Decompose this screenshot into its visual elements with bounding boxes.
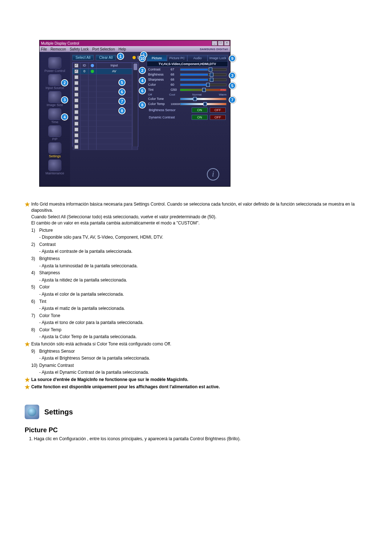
row-id	[81, 104, 89, 109]
sidebar-item-input-source[interactable]: Input Source 2	[42, 74, 68, 90]
row-checkbox[interactable]	[74, 127, 78, 131]
callout-badge-4: 4	[61, 113, 68, 121]
item-desc: - Ajusta el matiz de la pantalla selecci…	[39, 305, 370, 312]
row-checkbox[interactable]	[74, 133, 78, 137]
grid-row[interactable]	[73, 127, 138, 133]
settings-heading: Settings	[44, 408, 73, 416]
sidebar-item-image-size[interactable]: Image Size 3	[42, 91, 68, 107]
select-all-button[interactable]: Select All	[72, 55, 94, 60]
picture-pc-step-1: 1. Haga clic en Configuración , entre lo…	[29, 436, 370, 441]
grid-row[interactable]	[73, 144, 138, 150]
item-title: Tint	[39, 299, 370, 305]
callout-badge-6: 6	[118, 88, 126, 96]
item-number: 9)	[31, 348, 39, 355]
callout-badge-3: 3	[61, 96, 68, 104]
dynamic-contrast-on[interactable]: ON	[192, 115, 208, 120]
close-button[interactable]: ×	[224, 41, 230, 46]
color-slider[interactable]	[180, 84, 226, 86]
item-title: Picture	[39, 227, 370, 234]
row-input	[97, 121, 132, 126]
grid-row[interactable]	[73, 115, 138, 121]
row-checkbox[interactable]	[74, 81, 78, 85]
power-icon	[48, 57, 61, 69]
sidebar-item-settings[interactable]: Settings	[42, 142, 68, 158]
grid-row[interactable]	[73, 133, 138, 138]
row-checkbox[interactable]	[74, 139, 78, 143]
image-size-icon	[48, 91, 61, 103]
contrast-value: 67	[171, 68, 180, 71]
row-checkbox[interactable]	[74, 75, 78, 79]
intro-line-3: El cambio de un valor en esta pantalla c…	[31, 220, 200, 226]
grid-row[interactable]: 0AV	[73, 69, 138, 74]
row-input	[97, 80, 132, 86]
grid-scrollbar[interactable]	[132, 63, 138, 146]
callout-badge-5r: 5	[229, 82, 236, 89]
row-id	[81, 133, 89, 138]
sidebar-item-maintenance[interactable]: Maintenance	[42, 159, 68, 175]
brightness-sensor-on[interactable]: ON	[192, 108, 208, 113]
grid-row[interactable]	[73, 109, 138, 115]
minimize-button[interactable]: _	[212, 41, 217, 46]
row-id	[81, 80, 89, 86]
grid-row[interactable]	[73, 92, 138, 98]
maximize-button[interactable]: □	[218, 41, 224, 46]
sidebar-item-time[interactable]: Time 4	[42, 108, 68, 124]
row-checkbox[interactable]	[74, 93, 78, 97]
grid-row[interactable]	[73, 138, 138, 144]
colortemp-slider[interactable]	[180, 103, 226, 105]
contrast-slider[interactable]	[180, 68, 226, 71]
sidebar-item-pip[interactable]: PIP	[42, 125, 68, 141]
grid-row[interactable]	[73, 86, 138, 92]
row-input	[97, 144, 132, 150]
scroll-thumb[interactable]	[134, 64, 137, 70]
intro-line-1: Info Grid muestra información básica nec…	[31, 202, 355, 213]
sidebar-item-power-control[interactable]: Power Control	[42, 57, 68, 73]
row-checkbox[interactable]	[74, 87, 78, 91]
row-checkbox[interactable]	[74, 110, 78, 114]
info-icon[interactable]: i	[207, 168, 219, 181]
tab-audio[interactable]: Audio	[187, 55, 208, 61]
star-icon: ★	[25, 384, 31, 390]
grid-row[interactable]	[73, 121, 138, 127]
row-id	[81, 86, 89, 92]
tab-image-lock[interactable]: Image Lock	[208, 55, 228, 61]
grid-row[interactable]	[73, 98, 138, 104]
tab-picture[interactable]: Picture	[147, 55, 167, 61]
dynamic-contrast-off[interactable]: OFF	[210, 115, 226, 120]
grid-row[interactable]	[73, 104, 138, 109]
grid-row[interactable]	[73, 80, 138, 86]
menu-file[interactable]: File	[41, 47, 47, 51]
header-checkbox[interactable]	[74, 64, 78, 68]
row-checkbox[interactable]	[74, 98, 78, 102]
sharpness-slider[interactable]	[180, 78, 226, 81]
clear-all-button[interactable]: Clear All	[96, 55, 116, 60]
picture-pc-heading: Picture PC	[25, 426, 370, 434]
star-icon: ★	[25, 341, 31, 348]
menu-help[interactable]: Help	[118, 47, 126, 51]
row-checkbox[interactable]	[74, 116, 78, 120]
grid-row[interactable]	[73, 74, 138, 80]
row-input	[97, 74, 132, 80]
menu-remocon[interactable]: Remocon	[50, 47, 66, 51]
callout-badge-6r: 6	[139, 87, 146, 94]
menu-safety-lock[interactable]: Safety Lock	[70, 47, 89, 51]
row-checkbox[interactable]	[74, 69, 78, 73]
row-id	[81, 115, 89, 121]
colortone-label: Color Tone	[148, 97, 171, 101]
menu-port-selection[interactable]: Port Selection	[92, 47, 115, 51]
brightness-sensor-off[interactable]: OFF	[210, 108, 226, 113]
row-checkbox[interactable]	[74, 145, 78, 149]
callout-badge-7: 7	[118, 98, 126, 105]
settings-heading-icon	[25, 405, 39, 419]
input-icon	[48, 74, 61, 86]
row-input	[97, 115, 132, 121]
sharpness-row: 4 Sharpness 68	[147, 77, 228, 82]
colortone-slider[interactable]	[180, 98, 226, 100]
row-checkbox[interactable]	[74, 104, 78, 108]
tab-picture-pc[interactable]: Picture PC	[167, 55, 187, 61]
row-checkbox[interactable]	[74, 122, 78, 126]
item-title: Color Tone	[39, 313, 370, 319]
callout-badge-8r: 8	[139, 101, 146, 109]
tint-slider[interactable]	[180, 89, 226, 91]
brightness-slider[interactable]	[180, 73, 226, 76]
